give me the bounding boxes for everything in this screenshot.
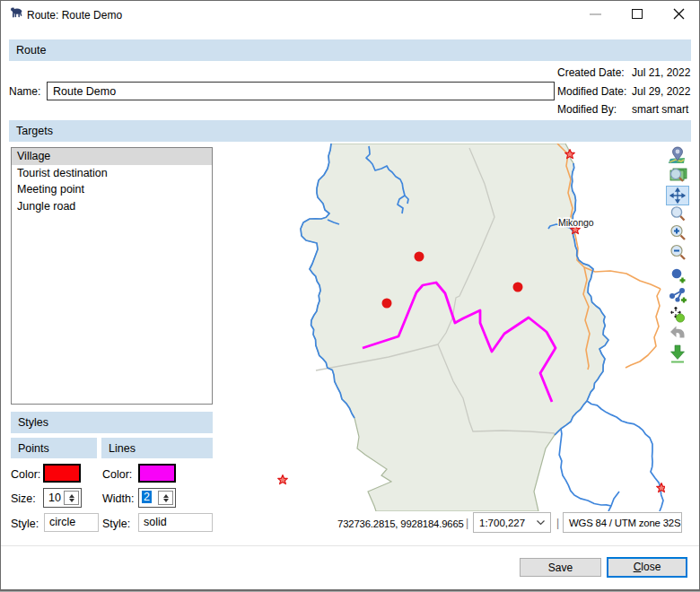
svg-text:Mikongo: Mikongo <box>558 217 594 228</box>
